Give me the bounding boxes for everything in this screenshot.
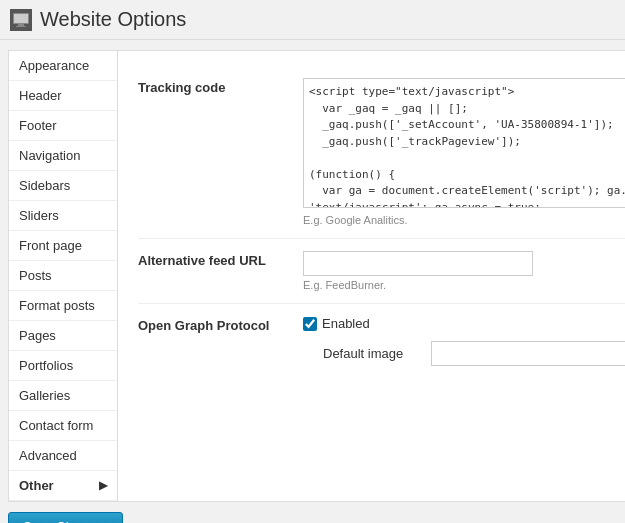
sidebar-item-navigation[interactable]: Navigation [9,141,117,171]
open-graph-section: Enabled Default image Select Clear [303,316,625,366]
sidebar-item-format-posts[interactable]: Format posts [9,291,117,321]
sidebar-item-appearance[interactable]: Appearance [9,51,117,81]
alternative-feed-field: E.g. FeedBurner. [303,251,625,291]
tracking-code-field: <script type="text/javascript"> var _gaq… [303,78,625,226]
monitor-icon [10,9,32,31]
default-image-row: Default image Select Clear [303,341,625,366]
sidebar-item-posts[interactable]: Posts [9,261,117,291]
default-image-label: Default image [323,346,423,361]
sidebar-item-header[interactable]: Header [9,81,117,111]
sidebar: Appearance Header Footer Navigation Side… [8,50,118,502]
chevron-right-icon: ▶ [99,479,107,492]
page-header: Website Options [0,0,625,40]
sidebar-item-pages[interactable]: Pages [9,321,117,351]
sidebar-item-other[interactable]: Other ▶ [9,471,117,501]
svg-rect-2 [18,24,24,26]
open-graph-enabled-checkbox[interactable] [303,317,317,331]
alternative-feed-hint: E.g. FeedBurner. [303,279,625,291]
tracking-code-row: Tracking code <script type="text/javascr… [138,66,625,239]
open-graph-row: Open Graph Protocol Enabled Default imag… [138,304,625,378]
sidebar-item-sliders[interactable]: Sliders [9,201,117,231]
default-image-input[interactable] [431,341,625,366]
page-title: Website Options [40,8,186,31]
tracking-code-textarea[interactable]: <script type="text/javascript"> var _gaq… [303,78,625,208]
alternative-feed-row: Alternative feed URL E.g. FeedBurner. [138,239,625,304]
alternative-feed-input[interactable] [303,251,533,276]
tracking-code-hint: E.g. Google Analitics. [303,214,625,226]
sidebar-item-sidebars[interactable]: Sidebars [9,171,117,201]
save-area: Save Changes [0,502,625,523]
sidebar-item-galleries[interactable]: Galleries [9,381,117,411]
svg-rect-1 [14,14,28,23]
sidebar-item-portfolios[interactable]: Portfolios [9,351,117,381]
open-graph-field: Enabled Default image Select Clear [303,316,625,366]
svg-rect-3 [16,26,26,27]
content-area: Appearance Header Footer Navigation Side… [0,50,625,502]
tracking-code-label: Tracking code [138,78,288,95]
sidebar-item-advanced[interactable]: Advanced [9,441,117,471]
sidebar-item-front-page[interactable]: Front page [9,231,117,261]
open-graph-label: Open Graph Protocol [138,316,288,333]
save-changes-button[interactable]: Save Changes [8,512,123,523]
alternative-feed-label: Alternative feed URL [138,251,288,268]
enabled-checkbox-row: Enabled [303,316,625,331]
sidebar-item-contact-form[interactable]: Contact form [9,411,117,441]
enabled-label[interactable]: Enabled [322,316,370,331]
main-content: Tracking code <script type="text/javascr… [118,50,625,502]
sidebar-item-footer[interactable]: Footer [9,111,117,141]
page-wrapper: Website Options Appearance Header Footer… [0,0,625,523]
